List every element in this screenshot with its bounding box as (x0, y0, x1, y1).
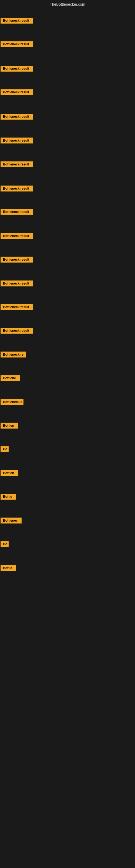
bottleneck-badge-9[interactable]: Bottleneck result (1, 209, 33, 215)
bottleneck-badge-8[interactable]: Bottleneck result (1, 186, 33, 191)
bottleneck-badge-1[interactable]: Bottleneck result (1, 18, 33, 24)
site-title: TheBottlenecker.com (50, 2, 85, 6)
bottleneck-badge-23[interactable]: Bo (1, 541, 9, 547)
bottleneck-badge-15[interactable]: Bottleneck re (1, 351, 26, 358)
bottleneck-badge-22[interactable]: Bottlenec (1, 518, 21, 524)
bottleneck-badge-21[interactable]: Bottle (1, 494, 16, 500)
bottleneck-badge-11[interactable]: Bottleneck result (1, 257, 33, 262)
bottleneck-badge-16[interactable]: Bottlene (1, 375, 20, 381)
bottleneck-badge-20[interactable]: Bottlen (1, 470, 18, 476)
bottleneck-badge-5[interactable]: Bottleneck result (1, 114, 33, 120)
bottleneck-badge-13[interactable]: Bottleneck result (1, 304, 33, 310)
bottleneck-badge-18[interactable]: Bottlen (1, 423, 18, 429)
bottleneck-badge-19[interactable]: Bo (1, 446, 9, 452)
site-header: TheBottlenecker.com (0, 0, 135, 8)
bottleneck-badge-3[interactable]: Bottleneck result (1, 66, 33, 72)
bottleneck-badge-17[interactable]: Bottleneck e (1, 399, 24, 405)
bottleneck-badge-24[interactable]: Bottle (1, 565, 16, 571)
bottleneck-badge-4[interactable]: Bottleneck result (1, 89, 33, 95)
bottleneck-badge-6[interactable]: Bottleneck result (1, 137, 33, 144)
bottleneck-badge-14[interactable]: Bottleneck result (1, 328, 33, 334)
bottleneck-badge-12[interactable]: Bottleneck result (1, 280, 33, 286)
bottleneck-badge-2[interactable]: Bottleneck result (1, 41, 33, 47)
bottleneck-badge-10[interactable]: Bottleneck result (1, 233, 33, 239)
bottleneck-badge-7[interactable]: Bottleneck result (1, 161, 33, 167)
